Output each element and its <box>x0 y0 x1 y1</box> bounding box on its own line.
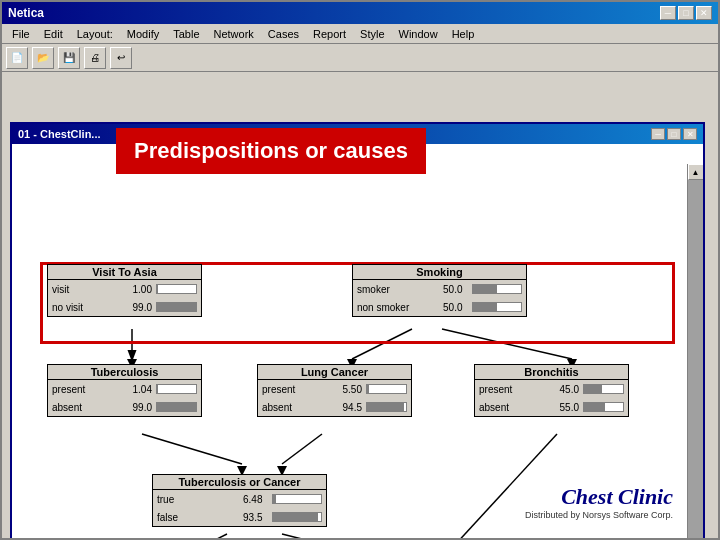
svg-line-2 <box>442 329 572 359</box>
node-smoking-val-1: 50.0 <box>428 284 463 295</box>
inner-window-title: 01 - ChestClin... <box>18 128 101 140</box>
bar-fill <box>473 303 497 311</box>
menu-network[interactable]: Network <box>208 27 260 41</box>
window-title: Netica <box>8 6 44 20</box>
scroll-up-button[interactable]: ▲ <box>688 164 704 180</box>
node-tbc-row-1: true 6.48 <box>153 490 326 508</box>
toolbar-btn-undo[interactable]: ↩ <box>110 47 132 69</box>
menu-window[interactable]: Window <box>393 27 444 41</box>
node-tbc-val-2: 93.5 <box>228 512 263 523</box>
bar-fill <box>273 495 276 503</box>
header-banner: Predispositions or causes <box>116 128 426 174</box>
node-bronchitis-title: Bronchitis <box>475 365 628 380</box>
inner-window-controls: ─ □ ✕ <box>651 128 697 140</box>
svg-line-7 <box>282 534 382 538</box>
node-tb-val-1: 1.04 <box>117 384 152 395</box>
inner-maximize-button[interactable]: □ <box>667 128 681 140</box>
node-lc-bar-2 <box>366 402 407 412</box>
node-visit-val-1: 1.00 <box>117 284 152 295</box>
scroll-track[interactable] <box>688 180 704 538</box>
main-content: Predispositions or causes 01 - ChestClin… <box>2 72 718 538</box>
menu-style[interactable]: Style <box>354 27 390 41</box>
bar-fill <box>367 385 369 393</box>
vertical-scrollbar[interactable]: ▲ ▼ <box>687 164 703 538</box>
node-bronchitis[interactable]: Bronchitis present 45.0 absent 55.0 <box>474 364 629 417</box>
node-bronchitis-bar-1 <box>583 384 624 394</box>
node-smoking-val-2: 50.0 <box>428 302 463 313</box>
menu-file[interactable]: File <box>6 27 36 41</box>
toolbar-btn-3[interactable]: 💾 <box>58 47 80 69</box>
svg-line-1 <box>352 329 412 359</box>
node-visit-label-2: no visit <box>52 302 117 313</box>
toolbar-btn-1[interactable]: 📄 <box>6 47 28 69</box>
menu-table[interactable]: Table <box>167 27 205 41</box>
bar-fill <box>473 285 497 293</box>
menu-modify[interactable]: Modify <box>121 27 165 41</box>
menu-edit[interactable]: Edit <box>38 27 69 41</box>
node-smoking[interactable]: Smoking smoker 50.0 non smoker 50.0 <box>352 264 527 317</box>
node-tb-label-2: absent <box>52 402 117 413</box>
node-tb-val-2: 99.0 <box>117 402 152 413</box>
node-tuberculosis[interactable]: Tuberculosis present 1.04 absent 99.0 <box>47 364 202 417</box>
toolbar-btn-2[interactable]: 📂 <box>32 47 54 69</box>
menu-layout[interactable]: Layout: <box>71 27 119 41</box>
chest-clinic-title: Chest Clinic <box>525 484 673 510</box>
node-tbc-title: Tuberculosis or Cancer <box>153 475 326 490</box>
node-tbc-label-2: false <box>157 512 222 523</box>
node-visit-title: Visit To Asia <box>48 265 201 280</box>
node-bronchitis-bar-2 <box>583 402 624 412</box>
node-lc-title: Lung Cancer <box>258 365 411 380</box>
node-bronchitis-label-2: absent <box>479 402 544 413</box>
svg-line-4 <box>282 434 322 464</box>
minimize-button[interactable]: ─ <box>660 6 676 20</box>
node-smoking-bar-2 <box>472 302 522 312</box>
window-controls: ─ □ ✕ <box>660 6 712 20</box>
node-lc-bar-1 <box>366 384 407 394</box>
node-tbc-bar-1 <box>272 494 322 504</box>
node-smoking-bar-1 <box>472 284 522 294</box>
node-visit-to-asia[interactable]: Visit To Asia visit 1.00 no visit 99.0 <box>47 264 202 317</box>
node-visit-row-2: no visit 99.0 <box>48 298 201 316</box>
node-lc-label-1: present <box>262 384 327 395</box>
node-bronchitis-row-1: present 45.0 <box>475 380 628 398</box>
menu-report[interactable]: Report <box>307 27 352 41</box>
node-smoking-title: Smoking <box>353 265 526 280</box>
node-tbc-bar-2 <box>272 512 322 522</box>
maximize-button[interactable]: □ <box>678 6 694 20</box>
inner-close-button[interactable]: ✕ <box>683 128 697 140</box>
node-bronchitis-val-1: 45.0 <box>544 384 579 395</box>
node-visit-bar-2 <box>156 302 197 312</box>
svg-line-6 <box>177 534 227 538</box>
menu-cases[interactable]: Cases <box>262 27 305 41</box>
node-visit-row-1: visit 1.00 <box>48 280 201 298</box>
title-bar: Netica ─ □ ✕ <box>2 2 718 24</box>
node-lc-label-2: absent <box>262 402 327 413</box>
bar-fill <box>157 403 196 411</box>
node-visit-val-2: 99.0 <box>117 302 152 313</box>
close-button[interactable]: ✕ <box>696 6 712 20</box>
arrows-svg <box>12 144 703 538</box>
node-tb-row-1: present 1.04 <box>48 380 201 398</box>
node-visit-bar-1 <box>156 284 197 294</box>
inner-minimize-button[interactable]: ─ <box>651 128 665 140</box>
node-bronchitis-row-2: absent 55.0 <box>475 398 628 416</box>
bar-fill <box>157 303 196 311</box>
node-smoking-row-2: non smoker 50.0 <box>353 298 526 316</box>
bar-fill <box>367 403 404 411</box>
node-lung-cancer[interactable]: Lung Cancer present 5.50 absent 94.5 <box>257 364 412 417</box>
network-area: Visit To Asia visit 1.00 no visit 99.0 <box>12 144 703 538</box>
menu-help[interactable]: Help <box>446 27 481 41</box>
chest-clinic-branding: Chest Clinic Distributed by Norsys Softw… <box>525 484 673 520</box>
bar-fill <box>273 513 318 521</box>
node-lc-row-2: absent 94.5 <box>258 398 411 416</box>
node-tbc-val-1: 6.48 <box>228 494 263 505</box>
node-tb-or-cancer[interactable]: Tuberculosis or Cancer true 6.48 false 9… <box>152 474 327 527</box>
chest-clinic-subtitle: Distributed by Norsys Software Corp. <box>525 510 673 520</box>
toolbar-btn-4[interactable]: 🖨 <box>84 47 106 69</box>
main-window: Netica ─ □ ✕ File Edit Layout: Modify Ta… <box>0 0 720 540</box>
node-tbc-label-1: true <box>157 494 222 505</box>
node-lc-row-1: present 5.50 <box>258 380 411 398</box>
inner-window: 01 - ChestClin... ─ □ ✕ <box>10 122 705 538</box>
node-visit-label-1: visit <box>52 284 117 295</box>
node-smoking-label-1: smoker <box>357 284 422 295</box>
